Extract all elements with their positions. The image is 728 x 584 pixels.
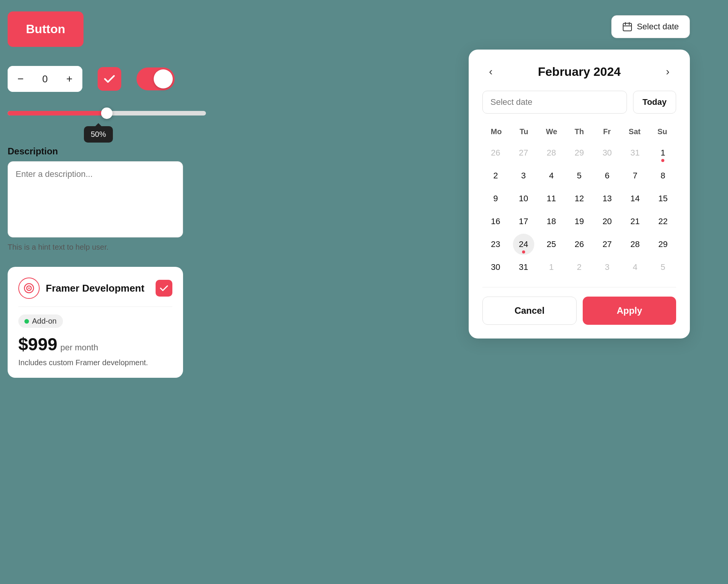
next-month-button[interactable]: › <box>659 63 676 80</box>
day-dot <box>661 159 664 162</box>
calendar-day[interactable]: 3 <box>596 257 618 278</box>
calendar-day[interactable]: 2 <box>569 257 590 278</box>
day-dot <box>522 250 525 253</box>
price-row: $999 per month <box>18 334 172 355</box>
decrement-button[interactable]: − <box>8 66 34 92</box>
calendar-day[interactable]: 21 <box>624 211 646 232</box>
calendar-day[interactable]: 14 <box>624 188 646 209</box>
calendar-day[interactable]: 30 <box>485 257 506 278</box>
calendar-day[interactable]: 26 <box>485 142 506 164</box>
prev-arrow-icon: ‹ <box>489 66 492 78</box>
day-header-we: We <box>538 124 566 139</box>
slider-tooltip: 50% <box>84 126 113 143</box>
description-label: Description <box>8 146 191 157</box>
calendar-day[interactable]: 3 <box>513 165 534 186</box>
calendar-day[interactable]: 27 <box>513 142 534 164</box>
calendar-day[interactable]: 31 <box>624 142 646 164</box>
calendar-divider <box>482 287 676 287</box>
calendar-day[interactable]: 2 <box>485 165 506 186</box>
calendar-day[interactable]: 1 <box>652 142 673 164</box>
checkbox[interactable] <box>98 67 121 91</box>
calendar-day[interactable]: 16 <box>485 211 506 232</box>
select-date-label: Select date <box>637 22 679 32</box>
card-description: Includes custom Framer development. <box>18 358 172 367</box>
day-header-th: Th <box>566 124 593 139</box>
card-header: Framer Development <box>18 278 172 299</box>
calendar-day[interactable]: 1 <box>541 257 562 278</box>
controls-row: − 0 + <box>8 66 191 92</box>
calendar-header: ‹ February 2024 › <box>482 63 676 80</box>
card-divider <box>18 306 172 307</box>
calendar-day[interactable]: 23 <box>485 234 506 255</box>
calendar-day[interactable]: 27 <box>596 234 618 255</box>
calendar-day[interactable]: 31 <box>513 257 534 278</box>
calendar-icon <box>622 22 632 32</box>
prev-month-button[interactable]: ‹ <box>482 63 499 80</box>
increment-button[interactable]: + <box>56 66 82 92</box>
day-header-tu: Tu <box>510 124 538 139</box>
badge-dot <box>24 319 29 324</box>
toggle[interactable] <box>137 67 175 90</box>
calendar-day[interactable]: 22 <box>652 211 673 232</box>
calendar-day[interactable]: 25 <box>541 234 562 255</box>
slider-container: 50% <box>8 111 191 116</box>
card-header-left: Framer Development <box>18 278 145 299</box>
next-arrow-icon: › <box>666 66 669 78</box>
slider-track[interactable] <box>8 111 206 116</box>
calendar-day[interactable]: 10 <box>513 188 534 209</box>
price-amount: $999 <box>18 334 57 355</box>
day-header-su: Su <box>648 124 676 139</box>
stepper-value: 0 <box>34 73 56 85</box>
calendar-grid: Mo Tu We Th Fr Sat Su 262728293031123456… <box>482 124 676 278</box>
calendar-day[interactable]: 8 <box>652 165 673 186</box>
badge-label: Add-on <box>32 317 57 326</box>
calendar-day[interactable]: 7 <box>624 165 646 186</box>
calendar-day[interactable]: 11 <box>541 188 562 209</box>
calendar-panel: ‹ February 2024 › Today Mo Tu We Th Fr S… <box>469 50 690 339</box>
description-section: Description This is a hint text to help … <box>8 146 191 252</box>
calendar-day[interactable]: 28 <box>624 234 646 255</box>
calendar-day[interactable]: 12 <box>569 188 590 209</box>
calendar-day[interactable]: 4 <box>541 165 562 186</box>
card-icon <box>18 278 40 299</box>
calendar-day[interactable]: 17 <box>513 211 534 232</box>
target-icon <box>23 282 35 294</box>
apply-button[interactable]: Apply <box>583 297 676 325</box>
calendar-day[interactable]: 19 <box>569 211 590 232</box>
calendar-footer: Cancel Apply <box>482 297 676 325</box>
calendar-day[interactable]: 5 <box>569 165 590 186</box>
description-textarea[interactable] <box>8 161 183 237</box>
today-button[interactable]: Today <box>633 91 676 114</box>
calendar-day[interactable]: 15 <box>652 188 673 209</box>
calendar-day[interactable]: 13 <box>596 188 618 209</box>
slider-thumb[interactable] <box>101 107 112 119</box>
calendar-month-title: February 2024 <box>538 65 620 79</box>
calendar-wrapper: Select date ‹ February 2024 › Today Mo T… <box>469 15 690 339</box>
calendar-day[interactable]: 20 <box>596 211 618 232</box>
calendar-day[interactable]: 6 <box>596 165 618 186</box>
calendar-day[interactable]: 18 <box>541 211 562 232</box>
calendar-day[interactable]: 29 <box>569 142 590 164</box>
select-date-button[interactable]: Select date <box>611 15 690 38</box>
card-checkbox[interactable] <box>156 280 172 297</box>
calendar-day[interactable]: 26 <box>569 234 590 255</box>
day-header-mo: Mo <box>482 124 510 139</box>
svg-point-2 <box>28 287 30 289</box>
calendar-input-row: Today <box>482 91 676 114</box>
stepper: − 0 + <box>8 66 82 92</box>
calendar-date-input[interactable] <box>482 91 627 114</box>
calendar-day[interactable]: 28 <box>541 142 562 164</box>
card-title: Framer Development <box>46 282 145 294</box>
calendar-day[interactable]: 24 <box>513 234 534 255</box>
calendar-day[interactable]: 29 <box>652 234 673 255</box>
cancel-button[interactable]: Cancel <box>482 297 577 325</box>
left-panel: Button − 0 + 50% Description This is a h… <box>8 11 191 378</box>
calendar-day[interactable]: 4 <box>624 257 646 278</box>
hint-text: This is a hint text to help user. <box>8 243 191 252</box>
main-button[interactable]: Button <box>8 11 84 47</box>
calendar-day[interactable]: 5 <box>652 257 673 278</box>
addon-badge: Add-on <box>18 314 63 328</box>
calendar-day[interactable]: 9 <box>485 188 506 209</box>
calendar-days: 2627282930311234567891011121314151617181… <box>482 142 676 278</box>
calendar-day[interactable]: 30 <box>596 142 618 164</box>
